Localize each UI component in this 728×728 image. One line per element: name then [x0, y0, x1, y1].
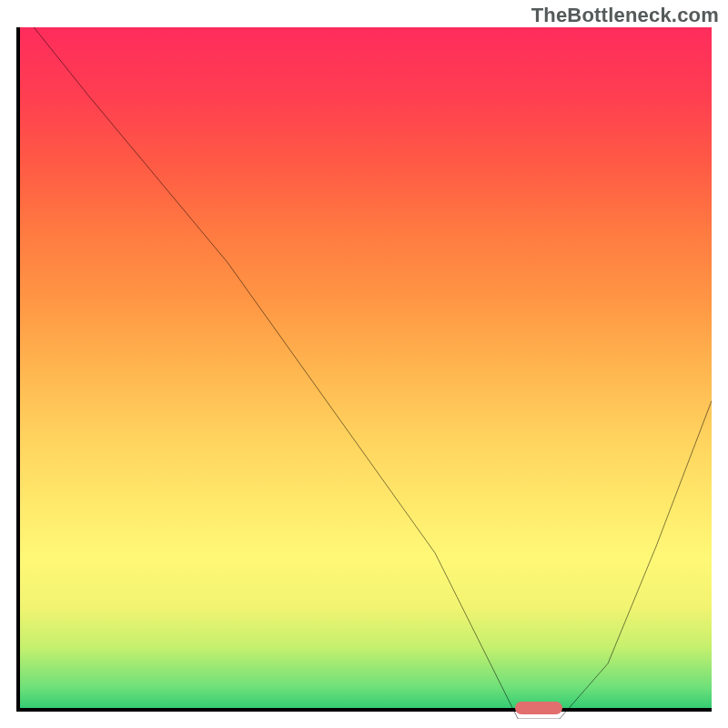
minimum-marker [515, 702, 562, 714]
chart-curve [20, 27, 712, 719]
watermark-text: TheBottleneck.com [531, 4, 719, 27]
chart-plot-area [16, 27, 712, 712]
